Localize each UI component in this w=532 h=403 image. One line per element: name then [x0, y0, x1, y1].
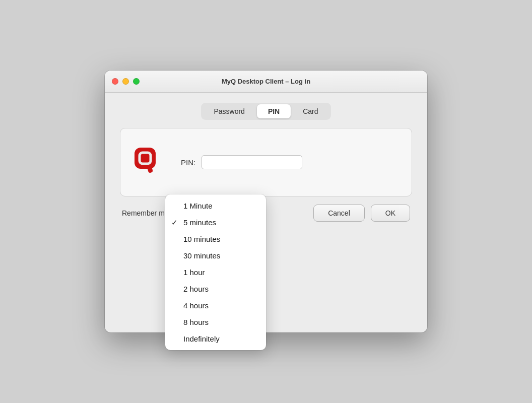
password-tab[interactable]: Password	[203, 104, 255, 118]
window-title: MyQ Desktop Client – Log in	[222, 78, 310, 85]
maximize-button[interactable]	[133, 78, 140, 85]
traffic-lights	[112, 78, 140, 85]
close-button[interactable]	[112, 78, 118, 85]
dropdown-item-1min[interactable]: 1 Minute	[165, 197, 266, 214]
remember-me-row: Remember me: 1 Minute 5 minutes 10 minut…	[120, 205, 412, 222]
action-buttons: Cancel OK	[313, 205, 410, 222]
pin-input[interactable]	[202, 155, 302, 169]
dropdown-item-4hr[interactable]: 4 hours	[165, 297, 266, 314]
svg-rect-1	[140, 153, 151, 164]
ok-button[interactable]: OK	[371, 205, 410, 222]
card-tab[interactable]: Card	[292, 104, 329, 118]
cancel-button[interactable]: Cancel	[313, 205, 365, 222]
minimize-button[interactable]	[122, 78, 129, 85]
pin-tab[interactable]: PIN	[257, 104, 291, 118]
dropdown-item-1hr[interactable]: 1 hour	[165, 264, 266, 281]
window-content: Password PIN Card PIN:	[105, 93, 427, 237]
dropdown-item-10min[interactable]: 10 minutes	[165, 231, 266, 247]
dropdown-item-2hr[interactable]: 2 hours	[165, 281, 266, 297]
pin-label: PIN:	[181, 158, 195, 167]
main-window: MyQ Desktop Client – Log in Password PIN…	[105, 71, 427, 332]
login-method-segmented-control: Password PIN Card	[201, 103, 330, 120]
titlebar: MyQ Desktop Client – Log in	[105, 71, 427, 93]
pin-row: PIN:	[181, 155, 302, 169]
remember-me-label: Remember me:	[122, 209, 170, 217]
myq-logo	[130, 144, 166, 181]
remember-me-dropdown: 1 Minute 5 minutes 10 minutes 30 minutes…	[165, 194, 266, 350]
dropdown-item-8hr[interactable]: 8 hours	[165, 314, 266, 330]
dropdown-item-30min[interactable]: 30 minutes	[165, 247, 266, 264]
dropdown-item-indefinitely[interactable]: Indefinitely	[165, 330, 266, 347]
dropdown-item-5min[interactable]: 5 minutes	[165, 214, 266, 231]
login-box: PIN:	[120, 128, 412, 196]
